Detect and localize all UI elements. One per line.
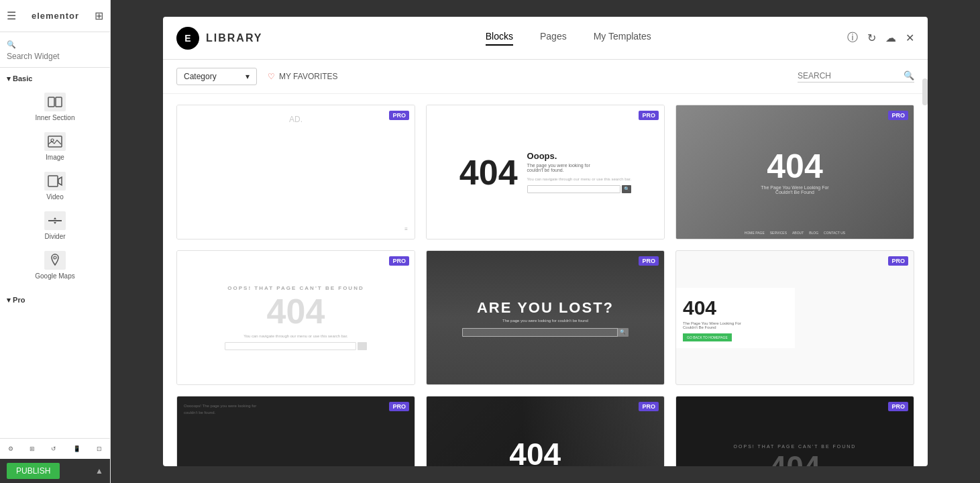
sidebar-item-divider[interactable]: Divider (0, 206, 110, 246)
svg-rect-0 (48, 97, 54, 107)
template-card-4[interactable]: PRO OOPS! THAT PAGE CAN'T BE FOUND 404 Y… (176, 250, 415, 385)
publish-button[interactable]: PUBLISH (7, 463, 60, 479)
svg-marker-7 (54, 222, 56, 224)
close-icon[interactable]: ✕ (906, 32, 914, 44)
pro-badge-1: PRO (389, 111, 409, 120)
inner-section-label: Inner Section (36, 114, 75, 121)
video-icon (44, 172, 66, 191)
pro-section-title: ▾ Pro (0, 289, 110, 309)
pro-badge-3: PRO (888, 111, 908, 120)
pro-badge-4: PRO (389, 256, 409, 266)
template-card-8[interactable]: PRO 404 OOPS! PAGE NOT FOUND GO BACK TO … (426, 396, 665, 466)
image-label: Image (46, 154, 64, 161)
save-cloud-icon[interactable]: ☁ (885, 32, 896, 44)
svg-rect-4 (48, 176, 58, 186)
navigator-btn[interactable]: ⊞ (30, 445, 35, 452)
templates-btn[interactable]: ⊡ (97, 445, 102, 452)
template-card-6[interactable]: PRO 404 The Page You Were Looking ForCou… (675, 250, 914, 385)
refresh-icon[interactable]: ↻ (867, 32, 876, 44)
template-3-big-404: 404 (767, 150, 822, 183)
search-box: 🔍 (798, 70, 914, 83)
template-card-5[interactable]: PRO ARE YOU LOST? The page you were look… (426, 250, 665, 385)
chevron-down-icon: ▾ (246, 72, 250, 81)
modal-toolbar: Category ▾ ♡ MY FAVORITES 🔍 (163, 60, 928, 94)
template-5-sub: The page you were looking for couldn't b… (502, 319, 588, 323)
template-6-btn[interactable]: GO BACK TO HOMEPAGE (683, 333, 732, 341)
ad-label: AD. (289, 115, 303, 124)
info-icon[interactable]: ⓘ (847, 31, 858, 45)
sidebar-header: ☰ elementor ⊞ (0, 0, 110, 32)
tab-blocks[interactable]: Blocks (486, 31, 513, 46)
template-grid-container: PRO AD. ≡ PRO 404 Ooops. (163, 94, 928, 466)
template-grid: PRO AD. ≡ PRO 404 Ooops. (176, 105, 914, 466)
sidebar-search-container: 🔍 (0, 32, 110, 68)
category-select-label: Category (184, 72, 217, 81)
favorites-button[interactable]: ♡ MY FAVORITES (268, 72, 338, 81)
pro-badge-8: PRO (639, 402, 659, 411)
pro-badge-6: PRO (888, 256, 908, 266)
history-icon: ↺ (51, 445, 56, 452)
template-5-lost-text: ARE YOU LOST? (477, 299, 614, 317)
google-maps-label: Google Maps (35, 272, 74, 280)
expand-icon[interactable]: ▲ (95, 466, 103, 476)
modal-scrollbar[interactable] (922, 17, 928, 466)
grid-icon[interactable]: ⊞ (95, 9, 103, 22)
sidebar-item-google-maps[interactable]: Google Maps (0, 246, 110, 285)
elementor-logo-badge: E (176, 27, 199, 50)
navigator-icon: ⊞ (30, 445, 35, 452)
template-card-7[interactable]: PRO Ooooops! The page you were looking f… (176, 396, 415, 466)
history-btn[interactable]: ↺ (51, 445, 56, 452)
tab-pages[interactable]: Pages (540, 31, 567, 46)
search-icon: 🔍 (904, 70, 914, 80)
svg-marker-6 (54, 217, 56, 219)
template-6-left: 404 The Page You Were Looking ForCouldn'… (676, 288, 795, 348)
video-label: Video (46, 193, 63, 201)
sidebar-item-image[interactable]: Image (0, 127, 110, 166)
divider-icon (44, 211, 66, 230)
image-icon (44, 132, 66, 151)
settings-btn[interactable]: ⚙ (8, 445, 13, 452)
template-card-3[interactable]: PRO 404 The Page You Were Looking ForCou… (675, 105, 914, 239)
search-widget-input[interactable] (7, 52, 103, 61)
modal-tabs: Blocks Pages My Templates (290, 31, 847, 46)
library-label: LIBRARY (206, 32, 263, 44)
inner-section-icon (44, 93, 66, 111)
responsive-btn[interactable]: 📱 (73, 445, 80, 452)
template-card-9[interactable]: PRO OOPS! THAT PAGE CAN'T BE FOUND 404 (675, 396, 914, 466)
template-2-text: Ooops. The page you were looking for cou… (527, 151, 632, 193)
template-3-sub: The Page You Were Looking ForCouldn't Be… (761, 185, 828, 195)
pro-badge-9: PRO (888, 402, 908, 411)
category-select[interactable]: Category ▾ (176, 68, 257, 85)
tab-my-templates[interactable]: My Templates (594, 31, 651, 46)
heart-icon: ♡ (268, 72, 275, 81)
sidebar-item-inner-section[interactable]: Inner Section (0, 87, 110, 127)
favorites-label: MY FAVORITES (279, 72, 338, 81)
hamburger-icon[interactable]: ☰ (7, 9, 16, 22)
maps-icon (44, 251, 66, 270)
search-input[interactable] (798, 71, 898, 80)
template-card-1[interactable]: PRO AD. ≡ (176, 105, 415, 239)
pro-badge-7: PRO (389, 402, 409, 411)
template-9-sub: OOPS! THAT PAGE CAN'T BE FOUND (734, 444, 857, 449)
svg-point-3 (51, 139, 54, 142)
sidebar-footer: ⚙ ⊞ ↺ 📱 ⊡ (0, 438, 110, 459)
editor-canvas: E LIBRARY Blocks Pages My Templates ⓘ ↻ … (111, 0, 980, 483)
svg-rect-2 (48, 136, 62, 147)
svg-rect-1 (56, 97, 62, 107)
modal-header: E LIBRARY Blocks Pages My Templates ⓘ ↻ … (163, 17, 928, 60)
template-2-big-404: 404 (459, 155, 518, 190)
template-card-2[interactable]: PRO 404 Ooops. The page you were looking… (426, 105, 665, 239)
template-9-big-404: 404 (769, 451, 821, 466)
pro-badge-5: PRO (639, 256, 659, 266)
modal-header-actions: ⓘ ↻ ☁ ✕ (847, 31, 914, 45)
template-4-oops: OOPS! THAT PAGE CAN'T BE FOUND (227, 285, 364, 291)
basic-section-title: ▾ Basic (0, 68, 110, 87)
modal-logo: E LIBRARY (176, 27, 263, 50)
sidebar-item-video[interactable]: Video (0, 166, 110, 206)
divider-label: Divider (44, 233, 65, 240)
publish-bar: PUBLISH ▲ (0, 459, 110, 483)
settings-icon: ⚙ (8, 445, 13, 452)
modal-overlay: E LIBRARY Blocks Pages My Templates ⓘ ↻ … (111, 0, 980, 483)
sidebar: ☰ elementor ⊞ 🔍 ▾ Basic Inner Section Im… (0, 0, 111, 483)
pro-badge-2: PRO (639, 111, 659, 120)
